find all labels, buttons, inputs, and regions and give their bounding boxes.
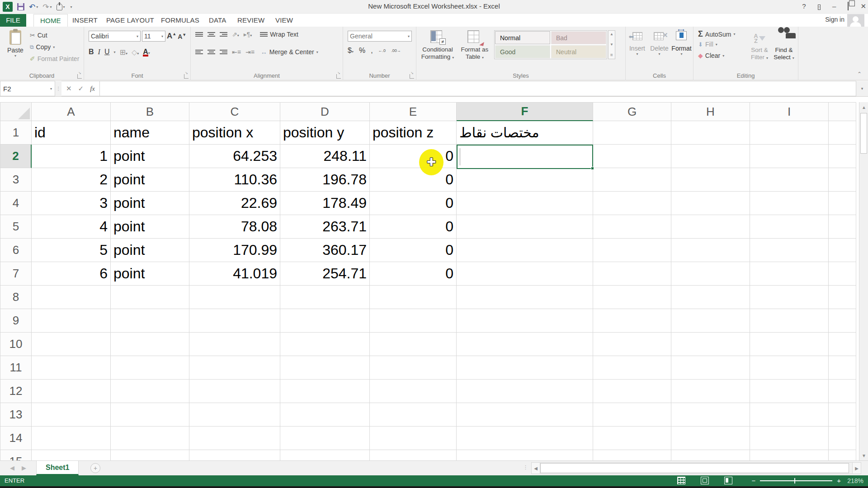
select-all-corner[interactable] — [0, 102, 32, 121]
cell-A1[interactable]: id — [32, 121, 111, 145]
tab-formulas[interactable]: FORMULAS — [161, 14, 199, 27]
cell-E13[interactable] — [370, 403, 457, 427]
cell-H15[interactable] — [671, 450, 750, 460]
vertical-scroll-thumb[interactable] — [860, 113, 867, 154]
cell-partial-6[interactable] — [829, 239, 856, 262]
col-header-F[interactable]: F — [457, 102, 593, 121]
cell-I1[interactable] — [750, 121, 829, 145]
cell-C15[interactable] — [189, 450, 280, 460]
cell-B12[interactable] — [111, 380, 189, 403]
col-header-H[interactable]: H — [671, 102, 750, 121]
col-header-D[interactable]: D — [280, 102, 370, 121]
cell-B3[interactable]: point — [111, 168, 189, 192]
fill-handle[interactable] — [591, 167, 594, 170]
align-center-button[interactable] — [208, 49, 215, 55]
cell-E4[interactable]: 0 — [370, 192, 457, 215]
next-sheet-button[interactable]: ▶ — [22, 465, 26, 471]
cut-button[interactable]: ✂Cut — [30, 30, 47, 40]
cell-E3[interactable]: 0 — [370, 168, 457, 192]
underline-button[interactable]: U — [104, 48, 110, 56]
cell-F11[interactable] — [457, 356, 593, 380]
cell-G6[interactable] — [593, 239, 671, 262]
cell-partial-9[interactable] — [829, 309, 856, 333]
cell-E6[interactable]: 0 — [370, 239, 457, 262]
zoom-out-button[interactable]: − — [751, 475, 755, 486]
cell-D7[interactable]: 254.71 — [280, 262, 370, 286]
cell-D5[interactable]: 263.71 — [280, 215, 370, 239]
cell-D11[interactable] — [280, 356, 370, 380]
cell-I9[interactable] — [750, 309, 829, 333]
insert-cells-button[interactable]: ⬅ Insert▾ — [627, 30, 648, 56]
cell-D14[interactable] — [280, 427, 370, 450]
cell-G11[interactable] — [593, 356, 671, 380]
cell-I10[interactable] — [750, 333, 829, 356]
formula-input[interactable] — [100, 81, 856, 96]
cell-H13[interactable] — [671, 403, 750, 427]
cell-F9[interactable] — [457, 309, 593, 333]
cell-F7[interactable] — [457, 262, 593, 286]
increase-indent-button[interactable]: ⇥≡ — [245, 48, 255, 56]
cell-F4[interactable] — [457, 192, 593, 215]
decrease-indent-button[interactable]: ⇤≡ — [232, 48, 241, 56]
align-top-button[interactable] — [195, 31, 203, 38]
style-neutral[interactable]: Neutral — [551, 45, 606, 58]
cell-D8[interactable] — [280, 286, 370, 309]
cell-A10[interactable] — [32, 333, 111, 356]
cell-A3[interactable]: 2 — [32, 168, 111, 192]
cell-D12[interactable] — [280, 380, 370, 403]
align-middle-button[interactable] — [208, 31, 215, 38]
cell-A14[interactable] — [32, 427, 111, 450]
fill-color-button[interactable]: ◇▾ — [132, 48, 139, 56]
cell-G13[interactable] — [593, 403, 671, 427]
cell-D15[interactable] — [280, 450, 370, 460]
cell-H14[interactable] — [671, 427, 750, 450]
cell-G7[interactable] — [593, 262, 671, 286]
cell-G2[interactable] — [593, 145, 671, 168]
name-box[interactable]: F2▾ — [0, 81, 55, 96]
cell-H10[interactable] — [671, 333, 750, 356]
paste-button[interactable]: Paste ▾ — [4, 29, 27, 76]
cell-H9[interactable] — [671, 309, 750, 333]
cell-C13[interactable] — [189, 403, 280, 427]
cell-B13[interactable] — [111, 403, 189, 427]
col-header-I[interactable]: I — [750, 102, 829, 121]
find-select-button[interactable]: Find &Select ▾ — [771, 30, 797, 62]
active-cell-F2[interactable] — [457, 145, 593, 169]
cell-G9[interactable] — [593, 309, 671, 333]
cell-D9[interactable] — [280, 309, 370, 333]
col-header-B[interactable]: B — [111, 102, 189, 121]
cell-D2[interactable]: 248.11 — [280, 145, 370, 168]
cell-C12[interactable] — [189, 380, 280, 403]
row-header-11[interactable]: 11 — [0, 356, 32, 380]
cell-H2[interactable] — [671, 145, 750, 168]
cell-I13[interactable] — [750, 403, 829, 427]
row-header-5[interactable]: 5 — [0, 215, 32, 239]
cell-E7[interactable]: 0 — [370, 262, 457, 286]
cell-G8[interactable] — [593, 286, 671, 309]
cell-D13[interactable] — [280, 403, 370, 427]
wrap-text-button[interactable]: Wrap Text — [260, 31, 298, 38]
row-header-2[interactable]: 2 — [0, 145, 32, 168]
cell-E15[interactable] — [370, 450, 457, 460]
alignment-dialog-launcher[interactable] — [336, 74, 341, 79]
new-sheet-button[interactable]: + — [90, 463, 100, 473]
cell-B6[interactable]: point — [111, 239, 189, 262]
sort-filter-button[interactable]: AZ Sort &Filter ▾ — [747, 30, 772, 62]
cell-B4[interactable]: point — [111, 192, 189, 215]
merge-center-button[interactable]: ↔Merge & Center▾ — [261, 48, 318, 56]
tab-home[interactable]: HOME — [33, 14, 68, 27]
cell-partial-3[interactable] — [829, 168, 856, 192]
cell-H5[interactable] — [671, 215, 750, 239]
cell-F8[interactable] — [457, 286, 593, 309]
cancel-button[interactable]: ✕ — [66, 84, 72, 93]
fill-button[interactable]: ⬇Fill▾ — [698, 41, 717, 48]
cell-A12[interactable] — [32, 380, 111, 403]
font-dialog-launcher[interactable] — [184, 74, 189, 79]
cell-B8[interactable] — [111, 286, 189, 309]
cell-I8[interactable] — [750, 286, 829, 309]
row-header-15[interactable]: 15 — [0, 450, 32, 460]
cell-partial-8[interactable] — [829, 286, 856, 309]
cell-partial-5[interactable] — [829, 215, 856, 239]
cell-F13[interactable] — [457, 403, 593, 427]
cell-A15[interactable] — [32, 450, 111, 460]
